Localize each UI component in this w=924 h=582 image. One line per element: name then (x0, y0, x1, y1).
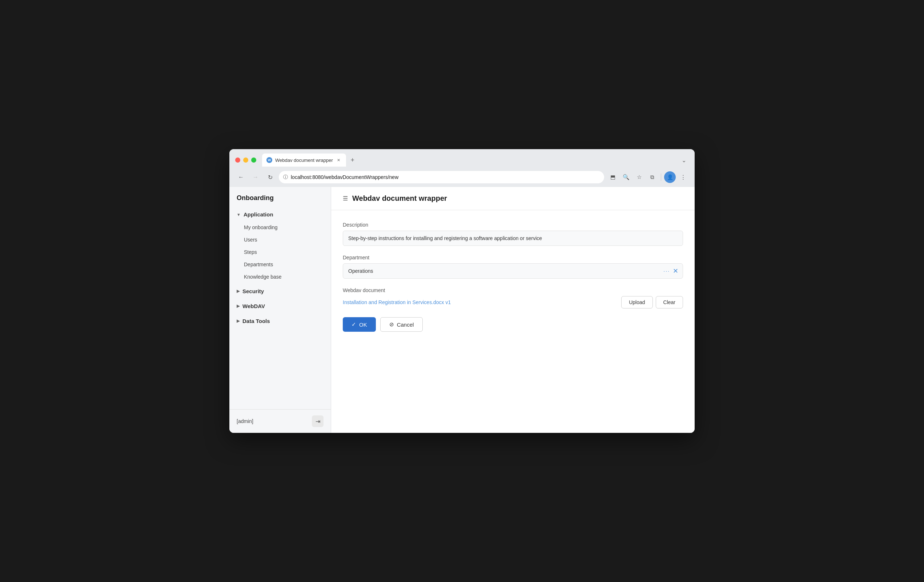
nav-separator (661, 174, 661, 181)
nav-section-header-security[interactable]: ▶ Security (229, 284, 331, 298)
address-bar[interactable]: ⓘ localhost:8080/webdavDocumentWrappers/… (279, 171, 604, 184)
zoom-button[interactable]: 🔍 (620, 171, 632, 183)
description-input[interactable] (343, 231, 683, 246)
title-bar: W Webdav document wrapper ✕ + ⌄ (229, 149, 695, 170)
sidebar-item-my-onboarding[interactable]: My onboarding (229, 221, 331, 233)
app-layout: Onboarding ▼ Application My onboarding U… (229, 187, 695, 433)
ok-button[interactable]: ✓ OK (343, 317, 376, 332)
department-clear-button[interactable]: ✕ (673, 267, 678, 275)
sidebar-footer: [admin] ⇥ (229, 409, 331, 433)
nav-section-header-application[interactable]: ▼ Application (229, 208, 331, 221)
webdav-document-link[interactable]: Installation and Registration in Service… (343, 299, 615, 305)
sidebar-item-steps[interactable]: Steps (229, 246, 331, 258)
address-bar-icon: ⓘ (283, 174, 288, 180)
sidebar-nav: ▼ Application My onboarding Users Steps (229, 208, 331, 409)
chevron-right-icon: ▶ (237, 289, 239, 294)
nav-bar: ← → ↻ ⓘ localhost:8080/webdavDocumentWra… (229, 170, 695, 187)
hamburger-icon[interactable]: ☰ (343, 195, 348, 202)
active-tab[interactable]: W Webdav document wrapper ✕ (262, 154, 346, 167)
nav-actions: ⬒ 🔍 ☆ ⧉ 👤 ⋮ (607, 171, 689, 183)
webdav-document-section: Webdav document Installation and Registr… (343, 288, 683, 308)
form-area: Description Department Operations ··· ✕ (331, 210, 695, 343)
webdav-document-label: Webdav document (343, 288, 683, 293)
maximize-traffic-light[interactable] (251, 157, 256, 163)
ok-label: OK (359, 322, 367, 328)
sidebar-title: Onboarding (237, 194, 323, 202)
page-header: ☰ Webdav document wrapper (331, 187, 695, 210)
close-traffic-light[interactable] (235, 157, 240, 163)
browser-chrome: W Webdav document wrapper ✕ + ⌄ ← → ↻ ⓘ … (229, 149, 695, 187)
logout-icon: ⇥ (315, 418, 320, 425)
bookmark-button[interactable]: ☆ (633, 171, 645, 183)
nav-section-application: ▼ Application My onboarding Users Steps (229, 208, 331, 283)
description-label: Description (343, 222, 683, 228)
form-actions: ✓ OK ⊘ Cancel (343, 317, 683, 332)
logout-button[interactable]: ⇥ (312, 415, 323, 427)
menu-button[interactable]: ⋮ (677, 171, 689, 183)
refresh-button[interactable]: ↻ (264, 171, 276, 183)
department-ellipsis-button[interactable]: ··· (663, 268, 670, 274)
sidebar-item-departments[interactable]: Departments (229, 258, 331, 271)
forward-button[interactable]: → (250, 171, 261, 183)
webdav-document-buttons: Upload Clear (621, 296, 683, 308)
department-group: Department Operations ··· ✕ (343, 255, 683, 279)
tab-bar: W Webdav document wrapper ✕ + ⌄ (262, 154, 689, 167)
minimize-traffic-light[interactable] (243, 157, 248, 163)
nav-section-data-tools: ▶ Data Tools (229, 314, 331, 328)
main-content: ☰ Webdav document wrapper Description De… (331, 187, 695, 433)
ok-check-icon: ✓ (351, 321, 356, 328)
tab-favicon: W (266, 157, 272, 163)
tab-close-button[interactable]: ✕ (336, 157, 342, 163)
department-label: Department (343, 255, 683, 260)
back-button[interactable]: ← (235, 171, 247, 183)
cancel-button[interactable]: ⊘ Cancel (380, 317, 423, 332)
chevron-right-icon-webdav: ▶ (237, 304, 239, 308)
admin-label: [admin] (237, 418, 253, 424)
description-group: Description (343, 222, 683, 246)
tab-title: Webdav document wrapper (275, 157, 333, 163)
nav-section-label-security: Security (243, 288, 264, 294)
nav-section-label-application: Application (244, 211, 273, 218)
extensions-button[interactable]: ⧉ (646, 171, 658, 183)
nav-section-label-data-tools: Data Tools (243, 318, 270, 324)
department-value: Operations (343, 264, 659, 278)
sidebar: Onboarding ▼ Application My onboarding U… (229, 187, 331, 433)
nav-section-label-webdav: WebDAV (243, 303, 265, 309)
traffic-lights (235, 157, 256, 163)
upload-button[interactable]: Upload (621, 296, 652, 308)
webdav-document-row: Installation and Registration in Service… (343, 296, 683, 308)
nav-section-webdav: ▶ WebDAV (229, 299, 331, 313)
tab-dropdown-button[interactable]: ⌄ (679, 155, 689, 165)
cancel-label: Cancel (397, 322, 414, 328)
page-title: Webdav document wrapper (352, 194, 447, 203)
nav-section-items-application: My onboarding Users Steps Departments Kn (229, 221, 331, 283)
profile-button[interactable]: 👤 (664, 171, 676, 183)
new-tab-button[interactable]: + (348, 155, 358, 165)
nav-section-header-data-tools[interactable]: ▶ Data Tools (229, 314, 331, 328)
sidebar-item-users[interactable]: Users (229, 233, 331, 246)
nav-section-security: ▶ Security (229, 284, 331, 298)
chevron-down-icon: ▼ (237, 212, 241, 217)
chevron-right-icon-data-tools: ▶ (237, 319, 239, 323)
cast-button[interactable]: ⬒ (607, 171, 619, 183)
sidebar-header: Onboarding (229, 187, 331, 208)
department-field: Operations ··· ✕ (343, 263, 683, 279)
clear-button[interactable]: Clear (656, 296, 683, 308)
nav-section-header-webdav[interactable]: ▶ WebDAV (229, 299, 331, 313)
cancel-icon: ⊘ (389, 321, 394, 328)
sidebar-item-knowledge-base[interactable]: Knowledge base (229, 271, 331, 283)
browser-window: W Webdav document wrapper ✕ + ⌄ ← → ↻ ⓘ … (229, 149, 695, 433)
department-actions: ··· ✕ (659, 267, 683, 275)
address-text: localhost:8080/webdavDocumentWrappers/ne… (291, 174, 600, 180)
